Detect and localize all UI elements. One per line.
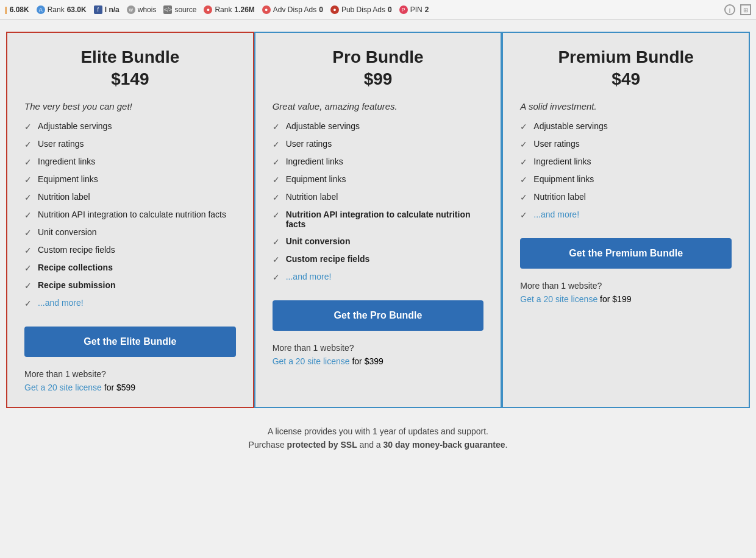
- whois-icon: w: [127, 5, 135, 14]
- toolbar-rank1: A Rank 63.0K: [37, 5, 87, 14]
- footer-ssl: protected by SSL: [287, 440, 357, 450]
- list-item: ✓Adjustable servings: [24, 121, 236, 132]
- check-icon: ✓: [520, 192, 527, 202]
- elite-multisite-license: Get a 20 site license for $599: [24, 383, 236, 392]
- check-icon: ✓: [24, 192, 32, 202]
- list-item: ✓Equipment links: [24, 174, 236, 185]
- list-item: ✓Ingredient links: [520, 157, 732, 167]
- pro-cta-button[interactable]: Get the Pro Bundle: [273, 300, 484, 331]
- elite-cta-button[interactable]: Get the Elite Bundle: [24, 327, 236, 357]
- pin-icon: P: [399, 5, 408, 14]
- check-icon: ✓: [24, 281, 32, 291]
- list-item: ✓Recipe submission: [24, 280, 236, 291]
- check-icon: ✓: [24, 175, 32, 185]
- toolbar-rank2: ● Rank 1.26M: [204, 5, 254, 14]
- premium-cta-button[interactable]: Get the Premium Bundle: [520, 238, 732, 269]
- list-item: ✓...and more!: [273, 272, 484, 282]
- check-icon: ✓: [24, 263, 32, 273]
- pro-license-link[interactable]: Get a 20 site license: [273, 356, 350, 366]
- toolbar-pub: ● Pub Disp Ads 0: [330, 5, 392, 14]
- check-icon: ✓: [24, 210, 32, 220]
- toolbar-fb: f l n/a: [94, 5, 119, 14]
- pro-more-link[interactable]: ...and more!: [286, 272, 332, 281]
- premium-tagline: A solid investment.: [520, 101, 732, 111]
- info-icon[interactable]: i: [724, 4, 735, 15]
- check-icon: ✓: [273, 157, 280, 167]
- list-item: ✓Ingredient links: [273, 157, 484, 167]
- elite-license-price: for $599: [104, 383, 135, 392]
- footer-mid: and a: [357, 440, 383, 450]
- check-icon: ✓: [24, 122, 32, 132]
- toolbar-source[interactable]: </> source: [163, 5, 196, 14]
- check-icon: ✓: [273, 255, 280, 264]
- list-item: ✓...and more!: [24, 298, 236, 308]
- check-icon: ✓: [273, 272, 280, 282]
- list-item: ✓Ingredient links: [24, 157, 236, 167]
- premium-card: Premium Bundle $49 A solid investment. ✓…: [502, 32, 750, 408]
- toolbar-pin: P PIN 2: [399, 5, 429, 14]
- toolbar-alexa: | 6.08K: [5, 5, 29, 14]
- check-icon: ✓: [273, 237, 280, 247]
- grid-icon[interactable]: ⊞: [740, 4, 751, 15]
- footer-line1: A license provides you with 1 year of up…: [6, 426, 750, 436]
- check-icon: ✓: [273, 175, 280, 185]
- list-item: ✓Unit conversion: [24, 227, 236, 238]
- source-icon: </>: [163, 5, 172, 14]
- elite-card: Elite Bundle $149 The very best you can …: [6, 32, 254, 408]
- rank2-icon: ●: [204, 5, 212, 14]
- pro-card: Pro Bundle $99 Great value, amazing feat…: [254, 32, 502, 408]
- pub-icon: ●: [330, 5, 339, 14]
- check-icon: ✓: [24, 157, 32, 167]
- list-item: ✓Nutrition label: [273, 192, 484, 202]
- elite-license-link[interactable]: Get a 20 site license: [24, 383, 102, 392]
- list-item: ✓User ratings: [273, 139, 484, 149]
- check-icon: ✓: [24, 298, 32, 308]
- elite-more-link[interactable]: ...and more!: [38, 298, 84, 308]
- alexa-icon: |: [5, 5, 7, 14]
- list-item: ✓Recipe collections: [24, 263, 236, 273]
- pro-multisite-license: Get a 20 site license for $399: [273, 356, 484, 366]
- premium-more-link[interactable]: ...and more!: [533, 210, 579, 219]
- pro-title: Pro Bundle: [273, 48, 484, 67]
- rank1-icon: A: [37, 5, 45, 14]
- premium-multisite-text: More than 1 website?: [520, 281, 732, 291]
- toolbar-actions: i ⊞: [724, 4, 751, 15]
- check-icon: ✓: [273, 210, 280, 220]
- check-icon: ✓: [273, 140, 280, 149]
- check-icon: ✓: [24, 140, 32, 149]
- premium-license-link[interactable]: Get a 20 site license: [520, 294, 597, 304]
- elite-multisite-text: More than 1 website?: [24, 369, 236, 379]
- list-item: ✓Nutrition label: [520, 192, 732, 202]
- list-item: ✓User ratings: [520, 139, 732, 149]
- toolbar-adv: ● Adv Disp Ads 0: [262, 5, 323, 14]
- footer-suffix: .: [505, 440, 508, 450]
- check-icon: ✓: [24, 245, 32, 255]
- check-icon: ✓: [520, 157, 527, 167]
- pro-features: ✓Adjustable servings ✓User ratings ✓Ingr…: [273, 121, 484, 282]
- list-item: ✓Custom recipe fields: [24, 245, 236, 255]
- toolbar-whois[interactable]: w whois: [127, 5, 157, 14]
- check-icon: ✓: [520, 140, 527, 149]
- premium-price: $49: [520, 69, 732, 89]
- elite-price: $149: [24, 69, 236, 89]
- list-item: ✓Equipment links: [273, 174, 484, 185]
- footer-purchase-prefix: Purchase: [249, 440, 287, 450]
- footer-line2: Purchase protected by SSL and a 30 day m…: [6, 440, 750, 450]
- list-item: ✓Nutrition label: [24, 192, 236, 202]
- main-content: Elite Bundle $149 The very best you can …: [0, 19, 756, 465]
- elite-features: ✓Adjustable servings ✓User ratings ✓Ingr…: [24, 121, 236, 308]
- list-item: ✓User ratings: [24, 139, 236, 149]
- elite-tagline: The very best you can get!: [24, 101, 236, 111]
- premium-features: ✓Adjustable servings ✓User ratings ✓Ingr…: [520, 121, 732, 220]
- pricing-container: Elite Bundle $149 The very best you can …: [6, 32, 750, 408]
- toolbar: | 6.08K A Rank 63.0K f l n/a w whois </>…: [0, 0, 756, 19]
- list-item: ✓Custom recipe fields: [273, 254, 484, 264]
- elite-title: Elite Bundle: [24, 48, 236, 67]
- premium-title: Premium Bundle: [520, 48, 732, 67]
- check-icon: ✓: [24, 228, 32, 238]
- check-icon: ✓: [273, 122, 280, 132]
- premium-multisite-license: Get a 20 site license for $199: [520, 294, 732, 304]
- list-item: ✓Nutrition API integration to calculate …: [273, 210, 484, 229]
- premium-license-price: for $199: [600, 294, 631, 304]
- check-icon: ✓: [520, 175, 527, 185]
